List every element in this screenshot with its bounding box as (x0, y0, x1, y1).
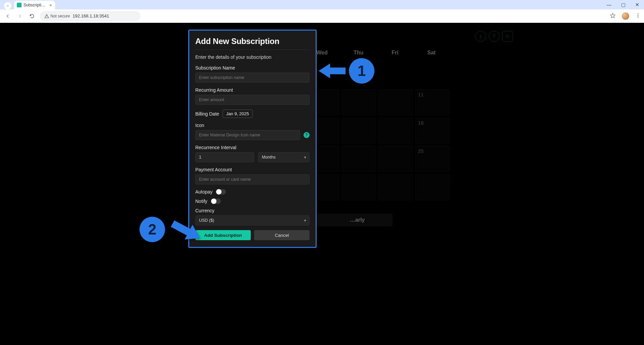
add-subscription-button[interactable]: Add Subscription (195, 230, 251, 240)
tab-title: Subscripti… (24, 3, 45, 7)
reload-icon (29, 13, 35, 19)
dialog-subtitle: Enter the details of your subscription (195, 54, 310, 60)
label-payment-account: Payment Account (195, 167, 310, 172)
security-label: Not secure (50, 14, 70, 18)
label-currency: Currency (195, 208, 310, 213)
field-currency: Currency USD ($) (195, 208, 310, 225)
dialog-title: Add New Subscription (195, 37, 310, 46)
window-titlebar: Subscripti… × — ▢ ✕ (0, 0, 644, 9)
label-recurring-amount: Recurring Amount (195, 87, 310, 93)
field-payment-account: Payment Account (195, 167, 310, 184)
star-icon (610, 12, 616, 18)
minimize-button[interactable]: — (605, 2, 613, 7)
svg-point-2 (638, 16, 638, 17)
toggle-knob (211, 199, 216, 204)
back-button[interactable] (3, 12, 12, 20)
label-recurrence-interval: Recurrence Interval (195, 145, 310, 150)
dialog-buttons: Add Subscription Cancel (195, 230, 310, 240)
tab-close-icon[interactable]: × (49, 3, 52, 8)
maximize-button[interactable]: ▢ (619, 2, 627, 7)
svg-point-0 (638, 13, 638, 14)
arrow-left-icon (5, 13, 11, 19)
input-payment-account[interactable] (195, 174, 310, 184)
profile-avatar[interactable] (622, 12, 629, 20)
toggle-notify[interactable] (211, 199, 221, 204)
dialog-divider (195, 49, 310, 50)
app-viewport: Subscription M Sun Mon Tue Wed Thu Fri S… (0, 23, 644, 345)
dots-vertical-icon (635, 13, 641, 18)
cancel-button[interactable]: Cancel (254, 230, 310, 240)
browser-toolbar: Not secure 192.168.1.18:3541 (0, 9, 644, 23)
icon-help-button[interactable]: ? (304, 132, 310, 138)
modal-backdrop[interactable] (0, 23, 644, 345)
input-subscription-name[interactable] (195, 73, 310, 83)
label-subscription-name: Subscription Name (195, 65, 310, 71)
field-billing-date: Billing Date Jan 9, 2025 (195, 110, 310, 118)
label-notify: Notify (195, 199, 207, 204)
security-chip[interactable]: Not secure (44, 14, 70, 18)
field-recurring-amount: Recurring Amount (195, 87, 310, 105)
tab-favicon (17, 3, 22, 7)
close-window-button[interactable]: ✕ (633, 2, 641, 7)
arrow-right-icon (17, 13, 23, 19)
forward-button[interactable] (15, 12, 24, 20)
browser-tab[interactable]: Subscripti… × (14, 1, 55, 9)
tabs-dropdown-button[interactable] (4, 2, 11, 9)
question-icon: ? (305, 133, 308, 137)
field-subscription-name: Subscription Name (195, 65, 310, 83)
field-autopay: Autopay (195, 189, 310, 195)
window-controls: — ▢ ✕ (605, 2, 641, 7)
svg-point-1 (638, 15, 638, 15)
reload-button[interactable] (28, 12, 36, 20)
label-icon: Icon (195, 123, 310, 128)
input-recurring-amount[interactable] (195, 95, 310, 105)
field-icon: Icon ? (195, 123, 310, 140)
add-subscription-dialog: Add New Subscription Enter the details o… (188, 30, 317, 248)
select-interval-unit[interactable]: Months (258, 152, 310, 162)
browser-menu-button[interactable] (635, 13, 641, 19)
billing-date-picker[interactable]: Jan 9, 2025 (223, 110, 253, 118)
field-recurrence-interval: Recurrence Interval Months (195, 145, 310, 162)
label-billing-date: Billing Date (195, 111, 219, 117)
field-notify: Notify (195, 199, 310, 204)
bookmark-button[interactable] (610, 12, 616, 20)
chevron-down-icon (6, 4, 10, 8)
input-interval-count[interactable] (195, 152, 254, 162)
label-autopay: Autopay (195, 189, 212, 195)
toggle-autopay[interactable] (216, 189, 226, 195)
address-bar[interactable]: Not secure 192.168.1.18:3541 (40, 11, 140, 21)
select-currency[interactable]: USD ($) (195, 215, 310, 225)
address-url: 192.168.1.18:3541 (73, 13, 109, 18)
warning-icon (44, 14, 49, 18)
toggle-knob (216, 189, 222, 195)
input-icon[interactable] (195, 130, 300, 140)
tab-strip: Subscripti… × (3, 0, 55, 9)
